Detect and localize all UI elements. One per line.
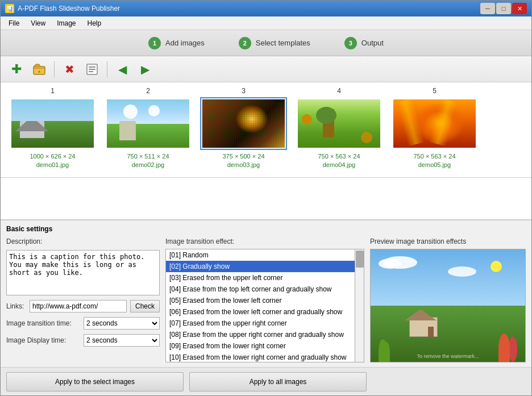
gallery-info-1: 1000 × 626 × 24 demo01.jpg xyxy=(30,152,75,170)
title-bar: 📊 A-PDF Flash Slideshow Publisher ─ □ ✕ xyxy=(1,1,531,16)
gallery-img-5 xyxy=(393,99,476,148)
transition-item-01[interactable]: [01] Random xyxy=(166,249,355,261)
scene-watermark: To remove the watermark... xyxy=(371,353,525,359)
gallery-item-3[interactable]: 3 375 × 500 × 24 demo03.jpg xyxy=(200,87,287,170)
white-space xyxy=(1,178,531,219)
gallery-info-4: 750 × 563 × 24 demo04.jpg xyxy=(318,152,360,170)
gallery-img-3 xyxy=(202,99,285,148)
gallery-number-5: 5 xyxy=(433,87,437,95)
gallery-img-4 xyxy=(298,99,380,148)
menu-image[interactable]: Image xyxy=(51,18,81,28)
gallery-number-3: 3 xyxy=(242,87,246,95)
transition-label: Image transition effect: xyxy=(165,237,364,245)
gallery-number-2: 2 xyxy=(146,87,150,95)
gallery-number-1: 1 xyxy=(51,87,55,95)
links-label: Links: xyxy=(6,302,26,310)
menu-bar: File View Image Help xyxy=(1,16,531,30)
transition-time-select[interactable]: 2 seconds 1 seconds 3 seconds 4 seconds … xyxy=(84,317,160,330)
wizard-label-3: Output xyxy=(361,39,384,47)
add-folder-button[interactable]: + xyxy=(29,60,49,79)
transition-panel: Image transition effect: [01] Random[02]… xyxy=(165,237,364,362)
basic-settings-title: Basic settings xyxy=(6,225,526,233)
wizard-icon-3: 3 xyxy=(344,37,357,49)
transition-list-container: [01] Random[02] Gradually show[03] Erase… xyxy=(165,249,364,362)
title-bar-controls: ─ □ ✕ xyxy=(480,3,527,14)
display-time-label: Image Display time: xyxy=(6,336,80,344)
scene-sun xyxy=(491,261,502,272)
transition-item-02[interactable]: [02] Gradually show xyxy=(166,261,355,272)
transition-list: [01] Random[02] Gradually show[03] Erase… xyxy=(166,249,355,362)
apply-selected-button[interactable]: Apply to the select images xyxy=(6,372,184,391)
gallery-item-2[interactable]: 2 750 × 511 × 24 demo02.jpg xyxy=(105,87,192,170)
menu-file[interactable]: File xyxy=(3,18,25,28)
title-bar-left: 📊 A-PDF Flash Slideshow Publisher xyxy=(5,4,120,13)
gallery-img-2 xyxy=(107,99,189,148)
main-window: 📊 A-PDF Flash Slideshow Publisher ─ □ ✕ … xyxy=(0,0,532,396)
check-button[interactable]: Check xyxy=(130,300,160,312)
wizard-step-1[interactable]: 1 Add images xyxy=(148,37,205,49)
transition-item-03[interactable]: [03] Erased from the upper left corner xyxy=(166,272,355,284)
gallery-item-4[interactable]: 4 750 × 563 × 24 demo04.jpg xyxy=(296,87,383,170)
wizard-label-2: Select templates xyxy=(256,39,310,47)
app-title: A-PDF Flash Slideshow Publisher xyxy=(18,5,120,12)
settings-content: Description: This is a caption for this … xyxy=(6,237,526,362)
wizard-step-2[interactable]: 2 Select templates xyxy=(239,37,310,49)
wizard-bar: 1 Add images 2 Select templates 3 Output xyxy=(1,30,531,56)
transition-item-04[interactable]: [04] Erase from the top left corner and … xyxy=(166,284,355,295)
gallery-item-5[interactable]: 5 750 × 563 × 24 demo05.jpg xyxy=(391,87,478,170)
wizard-icon-2: 2 xyxy=(239,37,251,49)
transition-time-row: Image transition time: 2 seconds 1 secon… xyxy=(6,317,160,330)
action-bar: Apply to the select images Apply to all … xyxy=(1,367,531,395)
transition-item-06[interactable]: [06] Erased from the lower left corner a… xyxy=(166,306,355,318)
svg-text:+: + xyxy=(38,69,41,74)
apply-all-button[interactable]: Apply to all images xyxy=(189,372,367,391)
links-input[interactable] xyxy=(30,300,127,312)
display-time-row: Image Display time: 2 seconds 1 seconds … xyxy=(6,334,160,347)
gallery-img-container-2[interactable] xyxy=(105,97,192,150)
preview-scene: To remove the watermark... xyxy=(371,249,525,362)
preview-label: Preview image transition effects xyxy=(370,237,526,245)
description-panel: Description: This is a caption for this … xyxy=(6,237,160,362)
close-button[interactable]: ✕ xyxy=(512,3,527,14)
gallery-number-4: 4 xyxy=(337,87,341,95)
gallery-img-container-5[interactable] xyxy=(391,97,478,150)
wizard-icon-1: 1 xyxy=(148,37,161,49)
gallery-img-container-3[interactable] xyxy=(200,97,287,150)
menu-help[interactable]: Help xyxy=(82,18,107,28)
menu-view[interactable]: View xyxy=(25,18,51,28)
wizard-label-1: Add images xyxy=(165,39,205,47)
gallery-img-container-4[interactable] xyxy=(296,97,383,150)
transition-scrollbar[interactable] xyxy=(355,249,364,362)
minimize-button[interactable]: ─ xyxy=(480,3,495,14)
links-row: Links: Check xyxy=(6,300,160,312)
wizard-step-3[interactable]: 3 Output xyxy=(344,37,384,49)
gallery-info-5: 750 × 563 × 24 demo05.jpg xyxy=(413,152,455,170)
toolbar: ✚ + ✖ ◀ ▶ xyxy=(1,56,531,82)
transition-time-label: Image transition time: xyxy=(6,319,80,327)
display-time-select[interactable]: 2 seconds 1 seconds 3 seconds 4 seconds … xyxy=(84,334,160,347)
preview-panel: Preview image transition effects xyxy=(370,237,526,362)
move-left-button[interactable]: ◀ xyxy=(112,60,132,79)
gallery-img-1 xyxy=(11,99,94,148)
add-images-button[interactable]: ✚ xyxy=(6,60,27,79)
move-right-button[interactable]: ▶ xyxy=(135,60,155,79)
transition-item-10[interactable]: [10] Erased from the lower right corner … xyxy=(166,352,355,362)
description-textarea[interactable]: This is a caption for this photo. You ma… xyxy=(6,250,160,295)
gallery-area: 1 1000 × 626 × 24 demo01.jpg 2 xyxy=(1,82,531,178)
edit-button[interactable] xyxy=(82,60,102,79)
gallery-img-container-1[interactable] xyxy=(9,97,96,150)
preview-image: To remove the watermark... xyxy=(370,249,526,362)
transition-item-09[interactable]: [09] Erased from the lower right corner xyxy=(166,340,355,352)
gallery-item-1[interactable]: 1 1000 × 626 × 24 demo01.jpg xyxy=(9,87,96,170)
maximize-button[interactable]: □ xyxy=(496,3,511,14)
gallery-info-2: 750 × 511 × 24 demo02.jpg xyxy=(127,152,169,170)
app-icon: 📊 xyxy=(5,4,14,13)
description-label: Description: xyxy=(6,237,160,245)
transition-item-05[interactable]: [05] Erased from the lower left corner xyxy=(166,295,355,306)
transition-item-07[interactable]: [07] Erased from the upper right corner xyxy=(166,318,355,329)
basic-settings-panel: Basic settings Description: This is a ca… xyxy=(1,219,531,367)
transition-item-08[interactable]: [08] Erase from the upper right corner a… xyxy=(166,329,355,340)
remove-button[interactable]: ✖ xyxy=(59,60,80,79)
gallery-info-3: 375 × 500 × 24 demo03.jpg xyxy=(222,152,264,170)
